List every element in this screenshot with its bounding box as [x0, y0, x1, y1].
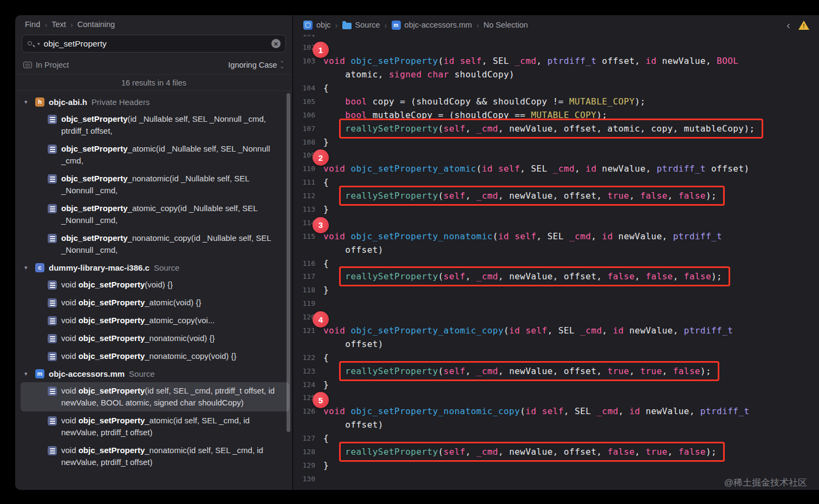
code-text: } — [323, 204, 329, 214]
code-line[interactable]: 118 } — [293, 283, 819, 297]
editor-pane: objc › Source › m objc-accessors.mm › No… — [292, 15, 819, 490]
code-line[interactable]: 122 { — [293, 351, 819, 364]
breadcrumb-project[interactable]: objc — [303, 21, 331, 30]
code-line[interactable]: 106 bool mutableCopy = (shouldCopy == MU… — [293, 108, 819, 122]
code-line[interactable]: 129 } — [293, 459, 819, 472]
code-text: } — [323, 137, 329, 147]
code-line[interactable]: 104 { — [293, 81, 819, 95]
code-text: bool copy = (shouldCopy && shouldCopy !=… — [323, 96, 646, 107]
code-line[interactable]: 119 — [293, 297, 819, 310]
code-text: { — [323, 177, 329, 187]
breadcrumb-group[interactable]: Source — [342, 21, 380, 29]
file-type-icon: m — [35, 369, 44, 378]
search-result-item[interactable]: objc_setProperty(id _Nullable self, SEL … — [21, 110, 289, 140]
code-line[interactable]: 127 { — [293, 431, 819, 445]
code-line[interactable]: 114 — [293, 216, 819, 230]
result-doc-icon — [48, 446, 57, 455]
annotation-highlight-box: reallySetProperty(self, _cmd, newValue, … — [345, 123, 755, 134]
search-icon[interactable] — [27, 40, 35, 48]
search-result-item[interactable]: void objc_setProperty(id self, SEL _cmd,… — [21, 382, 289, 411]
line-number: 112 — [301, 192, 323, 200]
code-line[interactable]: 115 void objc_setProperty_nonatomic(id s… — [293, 230, 819, 243]
code-line[interactable]: 117 reallySetProperty(self, _cmd, newVal… — [293, 270, 819, 284]
scope-text[interactable]: Text — [51, 20, 66, 29]
search-result-item[interactable]: objc_setProperty_atomic_copy(id _Nullabl… — [21, 200, 289, 229]
code-line[interactable]: 124 } — [293, 378, 819, 391]
disclosure-triangle-icon[interactable]: ▾ — [24, 99, 31, 106]
result-snippet: void objc_setProperty_nonatomic(id self,… — [61, 446, 263, 467]
code-line[interactable]: offset) — [293, 243, 819, 257]
code-line[interactable]: 102 — [293, 41, 819, 54]
in-project-control[interactable]: In Project — [23, 61, 69, 69]
code-text: reallySetProperty(self, _cmd, newValue, … — [323, 447, 717, 457]
code-line[interactable]: 108 } — [293, 135, 819, 149]
results-summary: 16 results in 4 files — [15, 74, 292, 91]
code-line[interactable]: 103 void objc_setProperty(id self, SEL _… — [293, 54, 819, 68]
result-file-row[interactable]: ▾ h objc-abi.h Private Headers — [15, 94, 292, 110]
line-number: 131 — [301, 488, 323, 490]
code-line[interactable]: 105 bool copy = (shouldCopy && shouldCop… — [293, 95, 819, 108]
code-line[interactable]: 116 { — [293, 257, 819, 270]
code-line[interactable]: 123 reallySetProperty(self, _cmd, newVal… — [293, 364, 819, 378]
code-line[interactable]: 110 void objc_setProperty_atomic(id self… — [293, 162, 819, 175]
search-menu-chevron-icon[interactable]: ▾ — [37, 41, 40, 47]
code-line[interactable]: offset) — [293, 418, 819, 431]
sidebar-scrollbar[interactable] — [287, 93, 290, 432]
chevron-separator-icon: › — [476, 21, 479, 30]
code-line[interactable]: 109 — [293, 149, 819, 162]
result-file-group: ▾ h objc-abi.h Private Headers objc_setP… — [15, 94, 292, 259]
annotation-highlight-box: reallySetProperty(self, _cmd, newValue, … — [345, 191, 717, 201]
scope-containing[interactable]: Containing — [77, 20, 115, 29]
clear-search-button[interactable]: ✕ — [271, 39, 281, 48]
search-result-item[interactable]: objc_setProperty_nonatomic(id _Nullable … — [21, 170, 289, 199]
search-result-item[interactable]: void objc_setProperty_nonatomic(id self,… — [21, 442, 289, 471]
code-text: void objc_setProperty_atomic_copy(id sel… — [323, 325, 733, 336]
code-line[interactable]: 125 — [293, 391, 819, 405]
code-line[interactable]: offset) — [293, 337, 819, 351]
code-line[interactable]: 128 reallySetProperty(self, _cmd, newVal… — [293, 445, 819, 459]
code-line[interactable]: 112 reallySetProperty(self, _cmd, newVal… — [293, 189, 819, 202]
code-line[interactable]: 120 — [293, 310, 819, 324]
code-line[interactable]: 101 — [293, 35, 819, 41]
code-line[interactable]: 113 } — [293, 202, 819, 216]
code-line[interactable]: atomic, signed char shouldCopy) — [293, 68, 819, 81]
code-text: offset) — [323, 245, 384, 255]
disclosure-triangle-icon[interactable]: ▾ — [24, 264, 31, 271]
find-scope-bar: Find › Text › Containing — [15, 15, 292, 34]
search-result-item[interactable]: void objc_setProperty_atomic_copy(voi... — [21, 312, 289, 329]
code-line[interactable]: 111 { — [293, 175, 819, 189]
result-doc-icon — [48, 298, 57, 307]
warning-icon[interactable]: ! — [798, 21, 809, 30]
code-line[interactable]: 107 reallySetProperty(self, _cmd, newVal… — [293, 122, 819, 135]
line-number: 126 — [301, 407, 323, 415]
search-result-item[interactable]: objc_setProperty_atomic(id _Nullable sel… — [21, 140, 289, 169]
search-result-item[interactable]: objc_setProperty_nonatomic_copy(id _Null… — [21, 230, 289, 259]
disclosure-triangle-icon[interactable]: ▾ — [24, 370, 31, 377]
search-result-item[interactable]: void objc_setProperty_nonatomic(void) {} — [21, 330, 289, 347]
ignoring-case-label: Ignoring Case — [228, 61, 277, 69]
back-chevron-icon[interactable]: ‹ — [786, 19, 790, 30]
result-doc-icon — [48, 174, 57, 184]
search-result-item[interactable]: void objc_setProperty_nonatomic_copy(voi… — [21, 348, 289, 365]
result-snippet: objc_setProperty_nonatomic(id _Nullable … — [61, 174, 249, 195]
result-file-row[interactable]: ▾ m objc-accessors.mm Source — [15, 365, 292, 382]
line-number: 108 — [301, 138, 323, 146]
code-line[interactable]: 126 void objc_setProperty_nonatomic_copy… — [293, 404, 819, 418]
breadcrumb-selection[interactable]: No Selection — [483, 21, 528, 29]
search-input[interactable] — [44, 39, 269, 49]
search-result-item[interactable]: void objc_setProperty_atomic(void) {} — [21, 294, 289, 311]
watermark: @稀土掘金技术社区 — [724, 476, 807, 489]
search-field[interactable]: ▾ ✕ — [22, 35, 286, 53]
ignoring-case-select[interactable]: Ignoring Case ⌃⌄ — [228, 61, 284, 69]
breadcrumb-file[interactable]: m objc-accessors.mm — [392, 21, 472, 30]
code-line[interactable]: 121 void objc_setProperty_atomic_copy(id… — [293, 324, 819, 337]
line-number: 130 — [301, 475, 323, 483]
result-file-group: ▾ m objc-accessors.mm Source void objc_s… — [15, 365, 292, 471]
scope-find[interactable]: Find — [25, 20, 40, 29]
line-number: 123 — [301, 367, 323, 375]
code-text: reallySetProperty(self, _cmd, newValue, … — [323, 271, 722, 282]
result-file-row[interactable]: ▾ c dummy-library-mac-i386.c Source — [15, 259, 292, 276]
mm-file-icon: m — [392, 21, 401, 30]
search-result-item[interactable]: void objc_setProperty(void) {} — [21, 276, 289, 293]
search-result-item[interactable]: void objc_setProperty_atomic(id self, SE… — [21, 412, 289, 441]
